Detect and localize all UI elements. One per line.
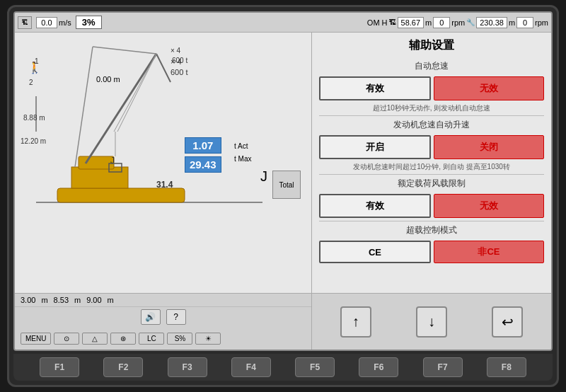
- divider1: [319, 115, 544, 116]
- f1-key[interactable]: F1: [40, 357, 79, 377]
- menu-bar: MENU ⊙ △ ⊛ LC S% ☀: [15, 327, 311, 350]
- f2-key[interactable]: F2: [103, 357, 143, 377]
- auto-rev-open-btn[interactable]: 开启: [319, 135, 431, 159]
- f6-key[interactable]: F6: [359, 357, 398, 377]
- svg-line-7: [117, 54, 156, 132]
- dist-unit: m: [509, 18, 515, 27]
- divider2: [319, 174, 544, 175]
- f5-key[interactable]: F5: [295, 357, 335, 377]
- overload-buttons: CE 非CE: [319, 241, 544, 263]
- settings-panel: 辅助设置 自动怠速 有效 无效 超过10秒钟无动作, 则发动机自动怠速 发动机怠…: [312, 33, 551, 293]
- load-units: t Act t Max: [234, 140, 251, 166]
- left-dist-label: 8.88 m: [23, 114, 45, 122]
- light-btn[interactable]: ☀: [195, 333, 221, 345]
- svg-line-5: [156, 54, 171, 82]
- auto-idle-title: 自动怠速: [319, 60, 544, 72]
- function-key-bar: F1 F2 F3 F4 F5 F6 F7 F8: [13, 354, 553, 381]
- help-btn[interactable]: ?: [166, 309, 186, 325]
- speed-item: 0.0 m/s: [36, 17, 71, 28]
- distance-box: 230.38: [476, 17, 507, 28]
- height-unit: m: [425, 18, 432, 27]
- svg-text:J: J: [110, 156, 115, 166]
- crane-icon-small: 🏗: [18, 16, 32, 29]
- percent-box: 3%: [76, 16, 102, 29]
- wind-load-inactive-btn[interactable]: 无效: [434, 194, 544, 218]
- max-load-box: 29.43: [185, 156, 221, 173]
- wind-load-title: 额定载荷风载限制: [319, 178, 544, 190]
- bottom-icons-row: 🔊 ?: [15, 307, 311, 327]
- auto-rev-desc: 发动机怠速时间超过10分钟, 则自动 提高至1030转: [319, 162, 544, 171]
- zero-load: 0.00 m: [96, 75, 120, 83]
- main-content: J 🚶 × 4 600 t: [15, 33, 551, 293]
- total-button[interactable]: Total: [272, 171, 301, 199]
- auto-idle-desc: 超过10秒钟无动作, 则发动机自动怠速: [319, 103, 544, 113]
- status-bar: 🏗 0.0 m/s 3% OM H 🏗 58.67 m 0 rpm 🔧 230.…: [15, 13, 551, 33]
- overload-nonce-btn[interactable]: 非CE: [434, 241, 544, 263]
- divider3: [319, 221, 544, 221]
- hook-icon: J: [260, 168, 267, 185]
- device-frame: 🏗 0.0 m/s 3% OM H 🏗 58.67 m 0 rpm 🔧 230.…: [7, 5, 559, 387]
- bottom-left: 3.00 m 8.53 m 9.00 m 🔊 ? MENU ⊙ △ ⊛: [15, 294, 312, 350]
- down-nav-btn[interactable]: ↓: [416, 306, 447, 338]
- settings-title: 辅助设置: [319, 38, 544, 53]
- svg-text:600 t: 600 t: [171, 68, 187, 76]
- f4-key[interactable]: F4: [231, 357, 271, 377]
- auto-idle-inactive-btn[interactable]: 无效: [434, 76, 544, 100]
- wind-load-active-btn[interactable]: 有效: [319, 194, 431, 218]
- hook-dist-label: 12.20 m: [21, 137, 46, 145]
- meter2: 8.53: [54, 296, 69, 304]
- menu-btn[interactable]: MENU: [21, 333, 51, 345]
- screen: 🏗 0.0 m/s 3% OM H 🏗 58.67 m 0 rpm 🔧 230.…: [13, 11, 553, 351]
- multiplier2-label: 2: [29, 79, 33, 86]
- crane-svg: J 🚶 × 4 600 t: [15, 40, 284, 224]
- crane-icon2: 🏗: [389, 18, 396, 26]
- meter-unit2: m: [74, 296, 81, 304]
- speed-unit: m/s: [59, 18, 71, 27]
- x4-label: × 4: [171, 47, 180, 54]
- crane-panel: J 🚶 × 4 600 t: [15, 33, 312, 293]
- actual-load-box: 1.07: [185, 137, 221, 154]
- settings-btn[interactable]: ⊛: [110, 333, 136, 345]
- rpm1-box: 0: [433, 17, 450, 28]
- load-boxes: 1.07 29.43: [185, 137, 221, 173]
- f8-key[interactable]: F8: [487, 357, 526, 377]
- camera-btn[interactable]: ⊙: [54, 333, 79, 345]
- svg-line-4: [86, 54, 156, 163]
- lc-btn[interactable]: LC: [139, 333, 164, 345]
- s-pct-btn[interactable]: S%: [167, 333, 192, 345]
- rope-icon: 🔧: [466, 18, 475, 26]
- rpm1-unit: rpm: [451, 18, 465, 27]
- up-nav-btn[interactable]: ↑: [340, 306, 371, 338]
- rpm2-unit: rpm: [535, 18, 548, 27]
- warning-btn[interactable]: △: [82, 333, 108, 345]
- bottom-meters: 3.00 m 8.53 m 9.00 m: [15, 294, 311, 307]
- status-icon-box: 🏗: [18, 16, 32, 29]
- auto-idle-active-btn[interactable]: 有效: [319, 76, 431, 100]
- capacity-label: 600 t: [172, 57, 187, 64]
- meter1: 3.00: [21, 296, 35, 304]
- height-box: 58.67: [398, 17, 424, 28]
- bottom-controls: 3.00 m 8.53 m 9.00 m 🔊 ? MENU ⊙ △ ⊛: [15, 293, 551, 350]
- speed-box: 0.0: [36, 17, 57, 28]
- svg-rect-1: [57, 188, 185, 202]
- svg-line-6: [114, 54, 156, 132]
- auto-idle-buttons: 有效 无效: [319, 76, 544, 100]
- overload-ce-btn[interactable]: CE: [319, 241, 431, 263]
- multiplier1-label: 1: [35, 57, 39, 65]
- bottom-right-nav: ↑ ↓ ↩: [312, 294, 551, 350]
- rpm2-box: 0: [516, 17, 533, 28]
- svg-rect-2: [71, 167, 128, 188]
- sound-btn[interactable]: 🔊: [141, 309, 161, 325]
- overload-title: 超载控制模式: [319, 224, 544, 236]
- back-nav-btn[interactable]: ↩: [492, 306, 523, 338]
- auto-rev-buttons: 开启 关闭: [319, 135, 544, 159]
- f7-key[interactable]: F7: [423, 357, 463, 377]
- auto-rev-close-btn[interactable]: 关闭: [434, 135, 544, 159]
- mode-label: OM H: [367, 18, 388, 27]
- meter-unit3: m: [108, 296, 114, 304]
- f3-key[interactable]: F3: [168, 357, 207, 377]
- auto-rev-title: 发动机怠速自动升速: [319, 119, 544, 131]
- meter3: 9.00: [86, 296, 101, 304]
- wind-load-buttons: 有效 无效: [319, 194, 544, 218]
- svg-line-11: [93, 47, 156, 54]
